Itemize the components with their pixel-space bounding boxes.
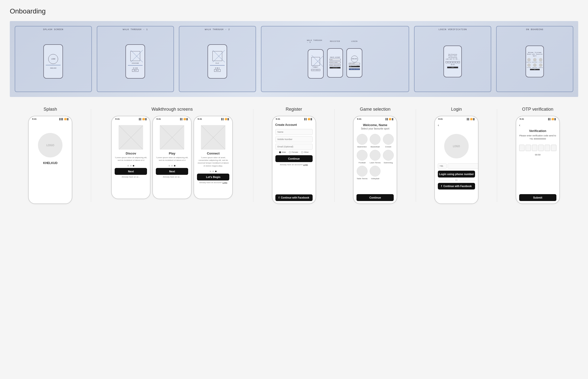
register-status-bar: 9:41 ▌▌ 🛜 ▓ [272, 116, 316, 121]
sketch-line-1 [46, 65, 61, 65]
sport-cricket-icon [383, 134, 394, 145]
connect-login-link[interactable]: Login [222, 181, 227, 184]
sport-basketball-icon [370, 134, 380, 145]
register-continue-btn[interactable]: Continue [275, 155, 313, 162]
radio-other[interactable]: Other [301, 151, 309, 153]
otp-box-3[interactable] [532, 145, 537, 151]
game-time: 9:41 [357, 118, 361, 120]
game-phones-row: 9:41 ▌▌ 🛜 ▓ Welcome, Name Select your fa… [353, 116, 397, 204]
wifi-icon-4: 🛜 [225, 118, 227, 120]
country-code-input[interactable] [438, 163, 447, 169]
otp-box-1[interactable] [519, 145, 524, 151]
sketch-otp-phone: VerificationPlease enter verificationcod… [443, 46, 462, 77]
sketch-line-2 [128, 65, 143, 66]
sport-volleyball-label: Volleyball [371, 177, 379, 180]
group-login: Login 9:41 ▌▌ 🛜 ▓ ‹ LOGO [416, 107, 497, 204]
otp-box-6[interactable] [551, 145, 556, 151]
splash-logo-circle: LOGO [38, 133, 63, 158]
email-input[interactable] [275, 144, 313, 150]
game-continue-btn[interactable]: Continue [357, 194, 394, 201]
sport-basketball[interactable]: Basketball [370, 134, 381, 148]
group-game-title: Game selection [360, 107, 391, 112]
connect-dot-1 [210, 171, 211, 172]
dot-2 [130, 165, 131, 166]
login-facebook-btn[interactable]: f Continue with Facebook [438, 183, 475, 190]
group-walkthrough: Walkthrough screens 9:41 ▌▌ 🛜 ▓ Discov "… [91, 107, 253, 199]
otp-status-icons: ▌▌ 🛜 ▓ [548, 118, 556, 120]
discover-image [119, 125, 143, 150]
phone-splash: 9:41 ▌▌▌ 🛜 ▓ LOGO KHELKUD [28, 116, 72, 204]
play-title: Play [169, 152, 175, 155]
splash-time: 9:41 [32, 118, 36, 120]
wifi-icon-7: 🛜 [470, 118, 473, 120]
sport-swimming[interactable]: Swimming [383, 150, 394, 164]
group-login-title: Login [451, 107, 462, 112]
login-logo: LOGO [444, 134, 469, 158]
phone-input-row [438, 163, 475, 169]
wifi-icon-3: 🛜 [183, 118, 186, 120]
sport-lawn-tennis-label: Lawn Tennis [370, 162, 380, 164]
sketch-wt3-phone: CONNECT LET'S BEGIN [308, 49, 324, 79]
radio-male-label: Male [282, 151, 286, 153]
splash-status-bar: 9:41 ▌▌▌ 🛜 ▓ [29, 116, 72, 121]
mobile-input[interactable] [275, 136, 313, 142]
otp-back-btn[interactable]: ‹ [519, 123, 520, 127]
play-next-btn[interactable]: Next [156, 168, 188, 175]
login-status-bar: 9:41 ▌▌ 🛜 ▓ [435, 116, 478, 121]
battery-icon-2: ▓ [145, 118, 147, 120]
discover-status-icons: ▌▌ 🛜 ▓ [139, 118, 147, 120]
radio-female-label: Female [292, 151, 298, 153]
phone-play: 9:41 ▌▌ 🛜 ▓ Play "Lorem ipsum dolor sit … [152, 116, 192, 199]
discover-already-text: Already have an ac... [122, 176, 140, 178]
game-status-bar: 9:41 ▌▌ 🛜 ▓ [354, 116, 397, 121]
play-desc: "Lorem ipsum dolor sit adipiscing elit, … [156, 156, 188, 162]
phone-number-input[interactable] [448, 163, 478, 169]
sport-table-tennis[interactable]: Table Tennis [357, 166, 367, 180]
otp-box-5[interactable] [545, 145, 550, 151]
group-splash-title: Splash [44, 107, 57, 112]
sport-cricket[interactable]: Cricket [383, 134, 394, 148]
discover-time: 9:41 [115, 118, 120, 120]
sketch-logo-circle: LOGO [48, 54, 58, 64]
name-input[interactable] [275, 129, 313, 135]
discover-status-bar: 9:41 ▌▌ 🛜 ▓ [112, 116, 150, 121]
sport-cricket-label: Cricket [385, 146, 391, 148]
signal-icon: ▌▌▌ [60, 118, 64, 120]
radio-male[interactable]: Male [279, 151, 286, 153]
battery-icon-6: ▓ [392, 118, 393, 120]
sport-badminton-label: Badminton [358, 146, 367, 148]
splash-content: LOGO KHELKUD [29, 121, 72, 204]
sketch-phone-2: DISCOVER Next [125, 44, 145, 79]
connect-begin-btn[interactable]: Let's Begin [197, 174, 229, 180]
discover-content: Discov "Lorem ipsum dolor sit adipiscing… [112, 121, 150, 199]
play-dot-1 [169, 165, 170, 166]
sport-lawn-tennis[interactable]: Lawn Tennis [370, 150, 381, 164]
sport-badminton[interactable]: Badminton [357, 134, 367, 148]
otp-submit-btn[interactable]: Submit [519, 194, 556, 201]
splash-status-icons: ▌▌▌ 🛜 ▓ [60, 118, 69, 120]
connect-dot-3 [215, 171, 217, 172]
splash-phones-row: 9:41 ▌▌▌ 🛜 ▓ LOGO KHELKUD [28, 116, 72, 204]
register-login-link[interactable]: Login [303, 164, 308, 166]
login-phones-row: 9:41 ▌▌ 🛜 ▓ ‹ LOGO Lo [434, 116, 478, 204]
sport-table-tennis-icon [357, 166, 367, 176]
play-status-icons: ▌▌ 🛜 ▓ [180, 118, 188, 120]
sport-volleyball[interactable]: Volleyball [370, 166, 381, 180]
signal-icon-5: ▌▌ [304, 118, 307, 120]
sketch-wt3-box [311, 57, 320, 66]
wireframes-section: Splash 9:41 ▌▌▌ 🛜 ▓ LOGO KHELKUD [10, 107, 578, 204]
discover-next-btn[interactable]: Next [115, 168, 147, 175]
discover-title: Discov [126, 152, 136, 155]
login-phone-btn[interactable]: Login using phone number [438, 171, 475, 177]
verification-title: Verification [529, 129, 546, 133]
register-facebook-btn[interactable]: f Continue with Facebook [275, 194, 313, 201]
signal-icon-3: ▌▌ [180, 118, 183, 120]
sketch-line-3 [210, 65, 225, 66]
login-back-btn[interactable]: ‹ [438, 123, 439, 127]
radio-female[interactable]: Female [289, 151, 298, 153]
dot-1 [127, 165, 129, 166]
otp-box-4[interactable] [538, 145, 544, 151]
sport-football[interactable]: Football [357, 150, 367, 164]
battery-icon-4: ▓ [228, 118, 229, 120]
otp-box-2[interactable] [525, 145, 531, 151]
